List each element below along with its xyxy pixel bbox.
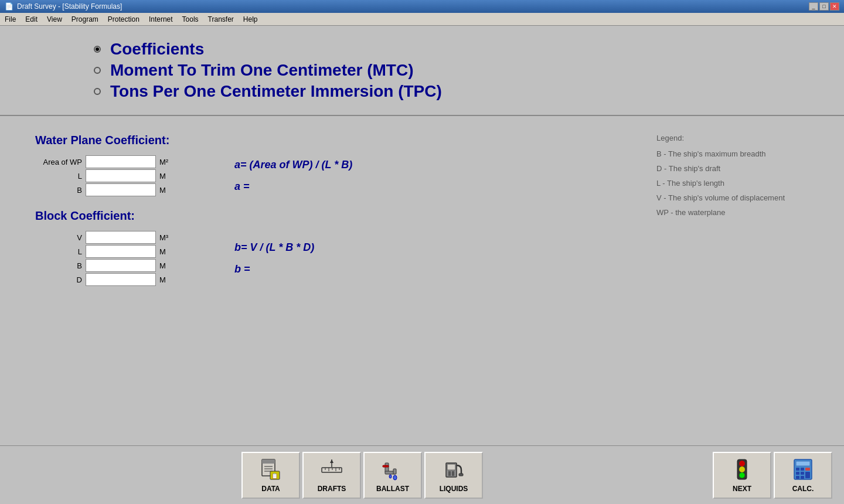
menu-protection[interactable]: Protection <box>103 14 144 24</box>
title-bar-left: 📄 Draft Survey - [Stability Formulas] <box>5 2 122 11</box>
legend-item-3: V - The ship's volume of displacement <box>656 193 832 202</box>
waterplane-input-2[interactable] <box>86 183 156 196</box>
menu-bar: File Edit View Program Protection Intern… <box>0 13 844 26</box>
title-bar-controls: _ □ ✕ <box>809 2 839 11</box>
waterplane-result: a = <box>234 181 633 193</box>
window-title: Draft Survey - [Stability Formulas] <box>17 2 122 11</box>
svg-rect-38 <box>805 472 810 478</box>
data-button[interactable]: 📋 DATA <box>241 452 300 499</box>
legend-title: Legend: <box>656 134 832 142</box>
next-button[interactable]: NEXT <box>713 452 771 499</box>
block-input-0[interactable] <box>86 231 156 244</box>
next-icon <box>730 458 754 481</box>
block-label-3: D <box>35 275 82 284</box>
radio-coefficients[interactable] <box>94 46 101 53</box>
waterplane-label-0: Area of WP <box>35 158 82 166</box>
svg-point-27 <box>739 461 745 466</box>
svg-rect-37 <box>801 472 804 475</box>
block-input-2[interactable] <box>86 259 156 272</box>
waterplane-row-1: L M <box>35 169 188 182</box>
block-row-0: V M³ <box>35 231 188 244</box>
menu-program[interactable]: Program <box>67 14 103 24</box>
block-inputs: V M³ L M B M <box>35 230 188 287</box>
svg-rect-34 <box>801 468 804 471</box>
svg-rect-40 <box>801 476 804 479</box>
bullet-item-mtc[interactable]: Moment To Trim One Centimeter (MTC) <box>94 61 821 80</box>
block-label-2: B <box>35 261 82 270</box>
block-label-0: V <box>35 233 82 242</box>
drafts-button[interactable]: DRAFTS <box>302 452 361 499</box>
radio-tpc[interactable] <box>94 88 101 95</box>
svg-rect-36 <box>796 472 799 475</box>
liquids-label: LIQUIDS <box>440 485 468 493</box>
title-bar: 📄 Draft Survey - [Stability Formulas] _ … <box>0 0 844 13</box>
svg-rect-24 <box>452 471 454 476</box>
svg-rect-25 <box>459 474 463 476</box>
ballast-button[interactable]: BALLAST <box>363 452 422 499</box>
waterplane-unit-1: M <box>159 172 177 181</box>
svg-rect-7 <box>322 468 342 472</box>
block-unit-3: M <box>159 275 177 284</box>
waterplane-section: Water Plane Coefficient: Area of WP M² L… <box>35 134 633 197</box>
close-button[interactable]: ✕ <box>830 2 839 11</box>
menu-help[interactable]: Help <box>239 14 263 24</box>
block-input-1[interactable] <box>86 245 156 258</box>
waterplane-input-1[interactable] <box>86 169 156 182</box>
waterplane-unit-2: M <box>159 186 177 195</box>
label-mtc: Moment To Trim One Centimeter (MTC) <box>110 61 414 80</box>
svg-rect-35 <box>805 468 810 471</box>
block-row-1: L M <box>35 245 188 258</box>
waterplane-inputs: Area of WP M² L M B M <box>35 154 188 197</box>
legend-item-2: L - The ship's length <box>656 179 832 188</box>
radio-mtc[interactable] <box>94 67 101 74</box>
block-formula: b= V / (L * B * D) <box>234 241 633 254</box>
block-unit-0: M³ <box>159 233 177 242</box>
svg-rect-17 <box>393 469 396 474</box>
waterplane-label-2: B <box>35 186 82 195</box>
svg-rect-22 <box>447 464 455 470</box>
toolbar-center: 📋 DATA <box>12 452 713 499</box>
block-input-3[interactable] <box>86 273 156 286</box>
drafts-label: DRAFTS <box>318 485 346 493</box>
waterplane-input-0[interactable] <box>86 155 156 168</box>
svg-point-19 <box>389 475 392 478</box>
label-coefficients: Coefficients <box>110 40 204 59</box>
waterplane-unit-0: M² <box>159 158 177 166</box>
app-icon: 📄 <box>5 2 13 11</box>
minimize-button[interactable]: _ <box>809 2 818 11</box>
block-formula-group: b= V / (L * B * D) b = <box>188 230 633 287</box>
svg-rect-39 <box>796 476 799 479</box>
menu-edit[interactable]: Edit <box>21 14 42 24</box>
menu-file[interactable]: File <box>0 14 21 24</box>
waterplane-title: Water Plane Coefficient: <box>35 134 633 147</box>
menu-tools[interactable]: Tools <box>178 14 203 24</box>
liquids-button[interactable]: LIQUIDS <box>424 452 483 499</box>
maximize-button[interactable]: □ <box>819 2 829 11</box>
toolbar-right: NEXT <box>713 452 832 499</box>
calc-button[interactable]: CALC. <box>774 452 832 499</box>
legend-item-1: D - The ship's draft <box>656 164 832 173</box>
block-unit-2: M <box>159 261 177 270</box>
label-tpc: Tons Per One Centimeter Immersion (TPC) <box>110 82 442 101</box>
svg-rect-1 <box>262 459 275 464</box>
svg-rect-32 <box>796 461 810 466</box>
waterplane-formula-group: a= (Area of WP) / (L * B) a = <box>188 154 633 197</box>
block-unit-1: M <box>159 247 177 256</box>
calc-label: CALC. <box>792 485 814 493</box>
ballast-icon <box>381 458 404 481</box>
block-row-3: D M <box>35 273 188 286</box>
calc-icon <box>791 458 815 481</box>
main-content: Coefficients Moment To Trim One Centimet… <box>0 26 844 504</box>
left-content: Water Plane Coefficient: Area of WP M² L… <box>0 128 645 434</box>
liquids-icon <box>442 458 465 481</box>
bullet-item-coefficients[interactable]: Coefficients <box>94 40 821 59</box>
body-section: Water Plane Coefficient: Area of WP M² L… <box>0 116 844 445</box>
block-result: b = <box>234 263 633 275</box>
menu-transfer[interactable]: Transfer <box>203 14 239 24</box>
menu-view[interactable]: View <box>42 14 67 24</box>
bullet-item-tpc[interactable]: Tons Per One Centimeter Immersion (TPC) <box>94 82 821 101</box>
block-row-2: B M <box>35 259 188 272</box>
waterplane-row-0: Area of WP M² <box>35 155 188 168</box>
svg-rect-20 <box>383 465 389 467</box>
menu-internet[interactable]: Internet <box>144 14 178 24</box>
